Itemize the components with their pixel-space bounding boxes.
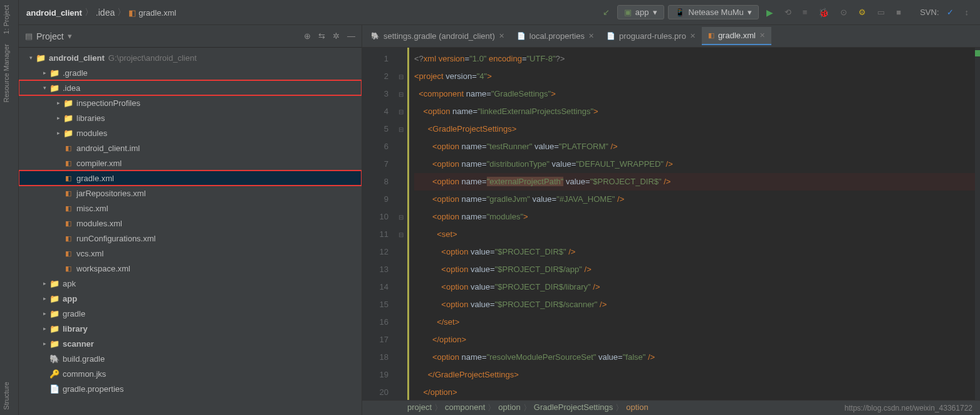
tree-item[interactable]: ▸📁library — [19, 321, 362, 336]
fold-marker[interactable]: ⊟ — [395, 85, 407, 103]
line-number[interactable]: 12 — [362, 243, 388, 261]
tree-item[interactable]: ◧modules.xml — [19, 216, 362, 231]
code-line[interactable]: <option name="testRunner" value="PLATFOR… — [414, 138, 975, 155]
rail-structure[interactable]: Structure — [0, 377, 18, 415]
attach-debugger-button[interactable]: ≡ — [799, 5, 811, 19]
profiler-button[interactable]: ⊙ — [837, 5, 851, 19]
tree-item[interactable]: ▸📁apk — [19, 276, 362, 291]
tree-item[interactable]: ▸📁scanner — [19, 336, 362, 351]
line-number[interactable]: 7 — [362, 155, 388, 173]
line-number[interactable]: 9 — [362, 191, 388, 208]
tree-item[interactable]: ◧jarRepositories.xml — [19, 186, 362, 201]
code-line[interactable]: </set> — [414, 313, 975, 331]
fold-marker[interactable] — [395, 173, 407, 191]
expand-all-button[interactable]: ⇆ — [318, 31, 325, 41]
line-number[interactable]: 4 — [362, 103, 388, 120]
expand-arrow-icon[interactable]: ▾ — [40, 85, 49, 91]
line-number[interactable]: 1 — [362, 50, 388, 68]
tree-item[interactable]: ▸📁modules — [19, 125, 362, 140]
line-number[interactable]: 20 — [362, 384, 388, 400]
rail-resource-manager[interactable]: Resource Manager — [0, 39, 18, 108]
tree-item[interactable]: 🔑common.jks — [19, 366, 362, 381]
code-line[interactable]: <option name="distributionType" value="D… — [414, 155, 975, 173]
expand-arrow-icon[interactable]: ▸ — [40, 325, 49, 332]
fold-marker[interactable] — [395, 243, 407, 261]
code-line[interactable]: <?xml version="1.0" encoding="UTF-8"?> — [414, 50, 975, 68]
line-number[interactable]: 8 — [362, 173, 388, 191]
line-number[interactable]: 13 — [362, 261, 388, 278]
close-tab-icon[interactable]: ✕ — [588, 32, 594, 40]
close-tab-icon[interactable]: ✕ — [690, 32, 696, 40]
code-line[interactable]: <option name="resolveModulePerSourceSet"… — [414, 349, 975, 366]
editor-tab[interactable]: 📄local.properties✕ — [511, 28, 600, 45]
line-number[interactable]: 16 — [362, 313, 388, 331]
code-line[interactable]: <option value="$PROJECT_DIR$" /> — [414, 243, 975, 261]
fold-marker[interactable]: ⊟ — [395, 226, 407, 243]
breadcrumb-segment[interactable]: GradleProjectSettings — [534, 402, 613, 414]
code-line[interactable]: <set> — [414, 226, 975, 243]
line-number[interactable]: 19 — [362, 366, 388, 384]
error-stripe[interactable] — [975, 48, 980, 400]
chevron-down-icon[interactable]: ▾ — [68, 31, 72, 41]
fold-marker[interactable]: ⊟ — [395, 120, 407, 138]
tree-item[interactable]: ▸📁libraries — [19, 110, 362, 125]
run-button[interactable]: ▶ — [763, 5, 777, 20]
project-tree[interactable]: ▾ 📁 android_client G:\project\android_cl… — [19, 48, 362, 415]
tree-item[interactable]: ◧misc.xml — [19, 201, 362, 216]
tree-item[interactable]: ◧workspace.xml — [19, 261, 362, 276]
crumb-folder[interactable]: .idea — [96, 8, 115, 18]
fold-marker[interactable] — [395, 155, 407, 173]
fold-marker[interactable] — [395, 384, 407, 400]
fold-marker[interactable]: ⊟ — [395, 103, 407, 120]
code-line[interactable]: <project version="4"> — [414, 68, 975, 85]
expand-arrow-icon[interactable]: ▾ — [26, 55, 35, 61]
device-dropdown[interactable]: 📱 Netease MuMu ▾ — [668, 5, 759, 19]
close-tab-icon[interactable]: ✕ — [759, 31, 765, 39]
tree-item[interactable]: ◧compiler.xml — [19, 155, 362, 171]
fold-marker[interactable] — [395, 331, 407, 349]
fold-marker[interactable] — [395, 278, 407, 296]
tree-item-idea-dir[interactable]: ▾ 📁 .idea — [19, 80, 362, 95]
editor-tab[interactable]: 🐘settings.gradle (android_client)✕ — [365, 28, 511, 45]
code-line[interactable]: </option> — [414, 331, 975, 349]
line-number[interactable]: 5 — [362, 120, 388, 138]
line-number[interactable]: 18 — [362, 349, 388, 366]
run-config-dropdown[interactable]: ▣ app ▾ — [617, 5, 664, 19]
code-line[interactable]: <option name="externalProjectPath" value… — [414, 173, 975, 191]
fold-marker[interactable] — [395, 50, 407, 68]
code-line[interactable]: <option value="$PROJECT_DIR$/app" /> — [414, 261, 975, 278]
crumb-file[interactable]: ◧gradle.xml — [128, 8, 176, 18]
line-number[interactable]: 10 — [362, 208, 388, 226]
project-panel-title[interactable]: Project — [36, 31, 64, 41]
tree-item[interactable]: ◧runConfigurations.xml — [19, 231, 362, 246]
code-line[interactable]: </option> — [414, 384, 975, 400]
tree-item[interactable]: ◧vcs.xml — [19, 246, 362, 261]
sync-gradle-button[interactable]: ↙ — [599, 5, 613, 19]
fold-marker[interactable]: ⊟ — [395, 208, 407, 226]
rail-project[interactable]: 1: Project — [0, 0, 18, 39]
hide-panel-button[interactable]: — — [347, 31, 355, 41]
tree-item[interactable]: 🐘build.gradle — [19, 351, 362, 366]
code-line[interactable]: <option value="$PROJECT_DIR$/library" /> — [414, 278, 975, 296]
expand-arrow-icon[interactable]: ▸ — [40, 295, 49, 302]
debug-button[interactable]: 🐞 — [815, 5, 833, 20]
code-editor[interactable]: 1234567891011121314151617181920 ⊟⊟⊟⊟⊟⊟ <… — [362, 48, 980, 400]
expand-arrow-icon[interactable]: ▸ — [54, 100, 63, 106]
close-tab-icon[interactable]: ✕ — [499, 32, 504, 40]
coverage-button[interactable]: ⚙ — [855, 5, 870, 19]
expand-arrow-icon[interactable]: ▸ — [54, 115, 63, 121]
expand-arrow-icon[interactable]: ▸ — [40, 280, 49, 286]
breadcrumb-segment[interactable]: option — [626, 402, 648, 414]
fold-marker[interactable] — [395, 191, 407, 208]
code-line[interactable]: <option value="$PROJECT_DIR$/scanner" /> — [414, 296, 975, 313]
editor-tab[interactable]: 📄proguard-rules.pro✕ — [600, 28, 702, 45]
tree-item[interactable]: 📄gradle.properties — [19, 381, 362, 396]
tree-item[interactable]: ▸📁inspectionProfiles — [19, 95, 362, 110]
line-number[interactable]: 11 — [362, 226, 388, 243]
apply-changes-button[interactable]: ⟲ — [781, 5, 795, 19]
code-line[interactable]: <option name="linkedExternalProjectsSett… — [414, 103, 975, 120]
editor-tab[interactable]: ◧gradle.xml✕ — [702, 27, 771, 45]
settings-gear-icon[interactable]: ✲ — [333, 31, 340, 41]
fold-marker[interactable] — [395, 296, 407, 313]
expand-arrow-icon[interactable]: ▸ — [40, 340, 49, 347]
